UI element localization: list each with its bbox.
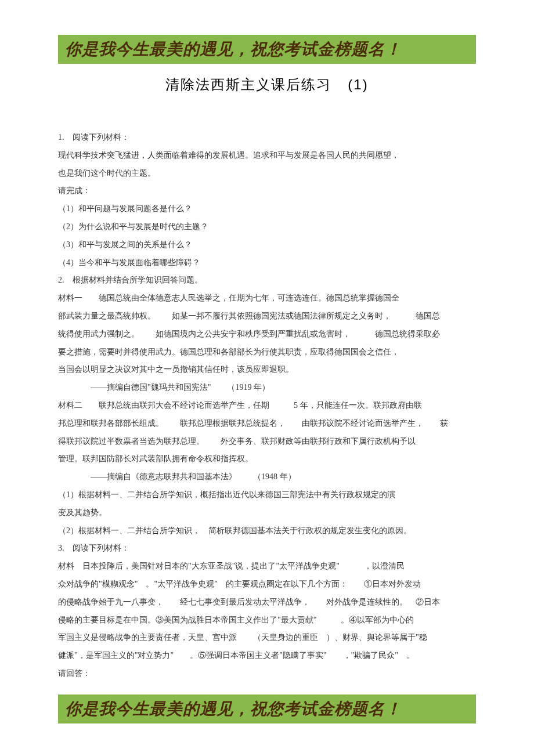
line-29: 军国主义是侵略战争的主要责任者，天皇、宫中派 （天皇身边的重臣 ）、财界、舆论界… — [58, 629, 476, 647]
line-17: 邦总理和联邦各部部长组成。 联邦总理根据联邦总统提名， 由联邦议院不经讨论而选举… — [58, 415, 476, 433]
line-21: （1）根据材料一、二并结合所学知识，概括指出近代以来德国三部宪法中有关行政权规定… — [58, 486, 476, 504]
line-25: 材料 日本投降后，美国针对日本的"大东亚圣战"说，提出了"太平洋战争史观" ，以… — [58, 558, 476, 576]
line-8: （4）当今和平与发展面临着哪些障碍？ — [58, 254, 476, 272]
title-main: 清除法西斯主义课后练习 — [165, 77, 331, 92]
line-27: 的侵略战争始于九一八事变， 经七七事变到最后发动太平洋战争， 对外战争是连续性的… — [58, 594, 476, 612]
page-title: 清除法西斯主义课后练习 (1) — [58, 75, 476, 94]
line-30: 健派"，是军国主义的"对立势力" 。⑤强调日本帝国主义者"隐瞒了事实" ，"欺骗… — [58, 647, 476, 665]
line-9: 2. 根据材料并结合所学知识回答问题。 — [58, 272, 476, 290]
bottom-banner: 你是我今生最美的遇见，祝您考试金榜题名！ — [58, 694, 476, 724]
line-19: 管理。联邦国防部长对武装部队拥有命令权和指挥权。 — [58, 450, 476, 468]
line-10: 材料一 德国总统由全体德意志人民选举之，任期为七年，可连选连任。德国总统掌握德国… — [58, 290, 476, 308]
line-5: （1）和平问题与发展问题各是什么？ — [58, 200, 476, 218]
line-14: 当国会以明显之决议对其中之一员撤销其信任时，该员应即退职。 — [58, 361, 476, 379]
line-15: ——摘编自德国"魏玛共和国宪法" （1919 年） — [58, 379, 476, 397]
line-23: （2）根据材料一、二并结合所学知识， 简析联邦德国基本法关于行政权的规定发生变化… — [58, 522, 476, 540]
line-22: 变及其趋势。 — [58, 504, 476, 522]
line-24: 3. 阅读下列材料： — [58, 540, 476, 558]
line-20: ——摘编自《德意志联邦共和国基本法》 （1948 年） — [58, 468, 476, 486]
line-4: 请完成： — [58, 182, 476, 200]
line-16: 材料二 联邦总统由联邦大会不经讨论而选举产生，任期 5 年，只能连任一次。联邦政… — [58, 397, 476, 415]
title-number: (1) — [348, 77, 368, 92]
line-31: 请回答： — [58, 665, 476, 683]
line-2: 现代科学技术突飞猛进，人类面临着难得的发展机遇。追求和平与发展是各国人民的共同愿… — [58, 147, 476, 165]
line-1: 1. 阅读下列材料： — [58, 129, 476, 147]
line-6: （2）为什么说和平与发展是时代的主题？ — [58, 218, 476, 236]
banner-text-bottom: 你是我今生最美的遇见，祝您考试金榜题名！ — [65, 700, 402, 718]
line-11: 部武装力量之最高统帅权。 如某一邦不履行其依照德国宪法或德国法律所规定之义务时，… — [58, 308, 476, 325]
line-28: 侵略的主要目标是在中国。③美国为战胜日本帝国主义作出了"最大贡献" 。④以军部为… — [58, 612, 476, 630]
line-3: 也是我们这个时代的主题。 — [58, 165, 476, 183]
line-13: 要之措施，需要时并得使用武力。德国总理和各部部长为行使其职责，应取得德国国会之信… — [58, 343, 476, 361]
line-18: 得联邦议院过半数票者当选为联邦总理。 外交事务、联邦财政等由联邦行政和下属行政机… — [58, 433, 476, 451]
document-body: 1. 阅读下列材料： 现代科学技术突飞猛进，人类面临着难得的发展机遇。追求和平与… — [58, 129, 476, 683]
banner-text-top: 你是我今生最美的遇见，祝您考试金榜题名！ — [65, 40, 402, 58]
line-12: 统得使用武力强制之。 如德国境内之公共安宁和秩序受到严重扰乱或危害时， 德国总统… — [58, 325, 476, 343]
top-banner: 你是我今生最美的遇见，祝您考试金榜题名！ — [58, 35, 476, 64]
line-7: （3）和平与发展之间的关系是什么？ — [58, 236, 476, 254]
line-26: 众对战争的"模糊观念" 。"太平洋战争史观" 的主要观点圈定在以下几个方面： ①… — [58, 576, 476, 594]
